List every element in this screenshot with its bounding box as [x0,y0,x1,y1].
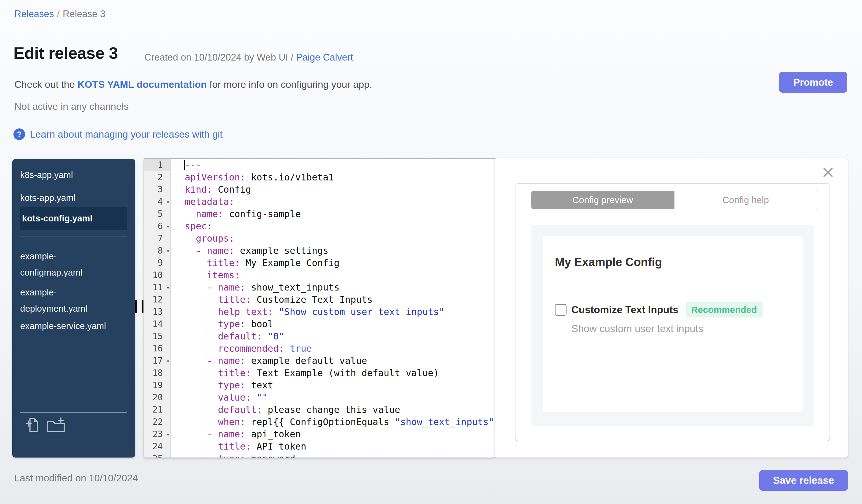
breadcrumb: Releases/Release 3 [14,9,105,19]
code-line[interactable]: 24 title: API token [144,440,496,453]
code-line[interactable]: 5 name: config-sample [144,208,496,220]
git-releases-link[interactable]: Learn about managing your releases with … [30,129,223,140]
code-line[interactable]: 21 default: please change this value [144,404,496,416]
pane-resize-handle-left[interactable] [135,300,144,313]
sidebar-actions [26,417,65,433]
line-number: 25 [144,453,170,457]
line-number: 10 [144,269,170,281]
code-line[interactable]: 15 default: "0" [144,330,496,343]
line-number: 19 [144,379,170,392]
last-modified-text: Last modified on 10/10/2024 [14,473,138,484]
code-line[interactable]: 16 recommended: true [144,343,496,355]
close-icon[interactable] [823,167,834,178]
preview-surface: My Example Config Customize Text Inputs … [531,225,814,426]
code-line[interactable]: 19 type: text [144,379,496,392]
sidebar-file-example-deployment.yaml[interactable]: example-deployment.yaml [20,284,119,317]
code-line[interactable]: 4▾metadata: [144,196,496,208]
line-number: 17▾ [144,355,170,367]
yaml-code-editor[interactable]: 1---2apiVersion: kots.io/v1beta13kind: C… [144,158,496,457]
git-help-row: ? Learn about managing your releases wit… [13,129,223,140]
config-group-title: My Example Config [555,256,662,269]
code-line[interactable]: 25 type: password [144,453,496,457]
line-number: 9 [144,257,170,269]
code-line[interactable]: 13 help_text: "Show custom user text inp… [144,306,496,318]
line-number: 8▾ [144,245,170,257]
tab-config-preview[interactable]: Config preview [531,191,674,209]
fold-arrow-icon[interactable]: ▾ [166,428,170,440]
file-tree-sidebar: k8s-app.yamlkots-app.yamlkots-config.yam… [12,159,135,457]
config-item-help-text: Show custom user text inputs [571,323,703,334]
rendered-config: My Example Config Customize Text Inputs … [543,236,803,412]
line-number: 5 [144,208,170,220]
fold-arrow-icon[interactable]: ▾ [166,245,170,257]
fold-arrow-icon[interactable]: ▾ [166,355,170,367]
kots-yaml-doc-link[interactable]: KOTS YAML documentation [77,79,207,90]
line-number: 1 [144,159,170,171]
tab-config-help[interactable]: Config help [674,191,818,209]
line-number: 20 [144,392,170,404]
line-number: 11▾ [144,281,170,294]
line-number: 13 [144,306,170,318]
fold-arrow-icon[interactable]: ▾ [166,281,170,294]
line-number: 14 [144,318,170,330]
code-line[interactable]: 7 groups: [144,233,496,245]
code-lines: 1---2apiVersion: kots.io/v1beta13kind: C… [144,159,496,457]
code-line[interactable]: 10 items: [144,269,496,281]
breadcrumb-releases-link[interactable]: Releases [14,9,54,19]
line-number: 23▾ [144,428,170,440]
sidebar-divider [20,412,127,413]
code-line[interactable]: 20 value: "" [144,392,496,404]
save-release-button[interactable]: Save release [759,470,848,491]
line-number: 21 [144,404,170,416]
created-info: Created on 10/10/2024 by Web UI / Paige … [144,52,353,63]
sidebar-file-example-configmap.yaml[interactable]: example-configmap.yaml [20,248,119,281]
code-line[interactable]: 8▾ - name: example_settings [144,245,496,257]
line-number: 6▾ [144,220,170,233]
code-line[interactable]: 2apiVersion: kots.io/v1beta1 [144,171,496,184]
code-line[interactable]: 18 title: Text Example (with default val… [144,367,496,379]
code-line[interactable]: 17▾ - name: example_default_value [144,355,496,367]
sidebar-file-example-service.yaml[interactable]: example-service.yaml [20,318,106,334]
line-number: 15 [144,330,170,343]
question-mark-icon: ? [13,129,25,140]
channel-status: Not active in any channels [14,101,129,112]
promote-button[interactable]: Promote [779,72,847,93]
line-number: 18 [144,367,170,379]
preview-card: Config previewConfig help My Example Con… [515,183,830,441]
created-author-link[interactable]: Paige Calvert [296,52,353,63]
breadcrumb-current: Release 3 [63,9,106,19]
line-number: 4▾ [144,196,170,208]
preview-tabs: Config previewConfig help [531,191,817,209]
code-line[interactable]: 12 title: Customize Text Inputs [144,294,496,306]
config-item-row: Customize Text Inputs Recommended [555,301,762,319]
line-number: 16 [144,343,170,355]
code-line[interactable]: 22 when: repl{{ ConfigOptionEquals "show… [144,416,496,428]
customize-text-inputs-checkbox[interactable] [555,304,566,316]
sidebar-file-k8s-app.yaml[interactable]: k8s-app.yaml [20,167,73,183]
fold-arrow-icon[interactable]: ▾ [166,196,170,208]
config-preview-panel: Config previewConfig help My Example Con… [495,158,848,458]
created-text: Created on 10/10/2024 by Web UI / [144,52,296,63]
docs-text-before: Check out the [14,79,77,90]
code-line[interactable]: 11▾ - name: show_text_inputs [144,281,496,294]
code-line[interactable]: 3kind: Config [144,184,496,196]
docs-text-after: for more info on configuring your app. [207,79,372,90]
code-line[interactable]: 9 title: My Example Config [144,257,496,269]
code-line[interactable]: 23▾ - name: api_token [144,428,496,440]
sidebar-file-kots-app.yaml[interactable]: kots-app.yaml [20,190,76,206]
sidebar-divider [20,236,127,236]
line-number: 7 [144,233,170,245]
code-line[interactable]: 14 type: bool [144,318,496,330]
line-number: 24 [144,440,170,453]
code-line[interactable]: 1--- [144,159,496,171]
line-number: 3 [144,184,170,196]
edit-release-page: Releases/Release 3 Edit release 3 Create… [0,0,862,504]
page-title: Edit release 3 [13,43,118,62]
new-file-icon[interactable] [26,417,39,433]
fold-arrow-icon[interactable]: ▾ [166,220,170,233]
sidebar-file-kots-config.yaml[interactable]: kots-config.yaml [20,207,127,230]
line-number: 2 [144,171,170,184]
new-folder-icon[interactable] [47,417,65,433]
code-line[interactable]: 6▾spec: [144,220,496,233]
line-number: 12 [144,294,170,306]
